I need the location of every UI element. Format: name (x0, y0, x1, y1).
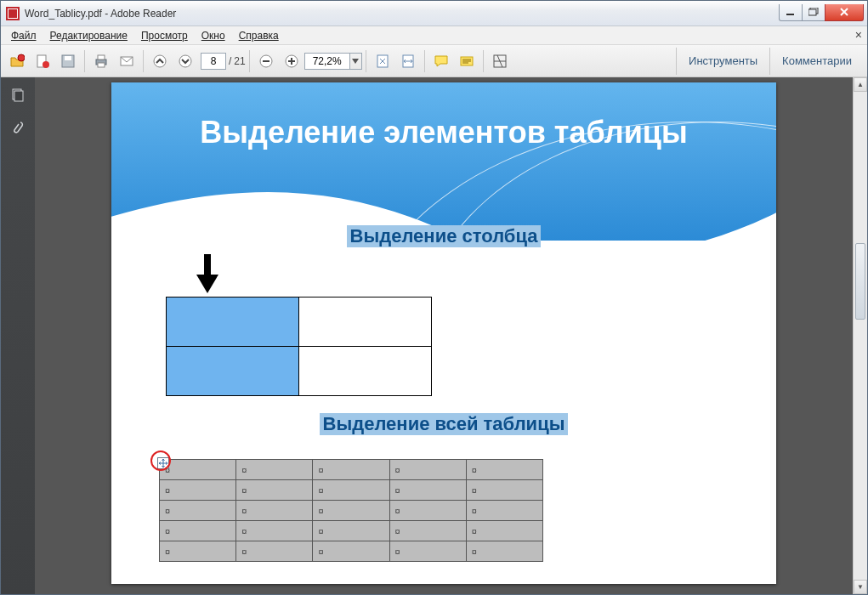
app-icon (6, 7, 20, 20)
window-controls (780, 4, 864, 23)
menu-view[interactable]: Просмотр (134, 28, 195, 43)
table-cell: ¤ (160, 521, 236, 541)
table-cell: ¤ (389, 541, 466, 562)
table-cell: ¤ (160, 460, 236, 480)
svg-point-6 (18, 54, 25, 61)
svg-point-8 (43, 61, 49, 68)
side-panel (1, 77, 35, 594)
toolbar: / 21 Инструменты (1, 45, 867, 77)
menu-file-label: Файл (11, 30, 37, 42)
table-cell: ¤ (236, 521, 313, 541)
svg-rect-13 (98, 63, 105, 67)
table-cell: ¤ (236, 501, 313, 521)
svg-point-16 (179, 55, 191, 67)
section-column-label: Выделение столбца (347, 225, 542, 247)
restore-button[interactable] (802, 4, 825, 21)
table-cell: ¤ (466, 480, 542, 501)
arrow-down-icon (196, 254, 218, 293)
document-close-button[interactable]: × (855, 28, 862, 42)
zoom-dropdown-button[interactable] (350, 53, 362, 70)
comments-panel-button[interactable]: Комментарии (769, 48, 864, 75)
svg-point-15 (154, 55, 166, 67)
svg-rect-27 (14, 91, 23, 101)
pdf-page: Выделение элементов таблицы Выделение ст… (111, 82, 776, 584)
scroll-down-button[interactable]: ▼ (854, 580, 867, 594)
work-area: Выделение элементов таблицы Выделение ст… (1, 77, 867, 594)
section-table-label: Выделение всей таблицы (320, 413, 569, 435)
app-window: Word_Tablicy.pdf - Adobe Reader Файл Ред… (0, 0, 868, 595)
table-cell: ¤ (160, 480, 236, 501)
open-button[interactable] (5, 49, 29, 73)
page-number-input[interactable] (201, 53, 226, 70)
table-cell: ¤ (236, 460, 313, 480)
attachments-button[interactable] (7, 116, 29, 139)
table-cell: ¤ (160, 501, 236, 521)
page-total: 21 (234, 55, 245, 67)
menu-edit[interactable]: Редактирование (43, 28, 134, 43)
svg-rect-10 (65, 56, 71, 60)
menu-edit-label: Редактирование (50, 30, 128, 42)
email-button[interactable] (115, 49, 139, 73)
comment-button[interactable] (429, 49, 453, 73)
table-cell: ¤ (389, 501, 466, 521)
svg-rect-2 (9, 9, 17, 18)
slide-banner: Выделение элементов таблицы (111, 82, 776, 241)
table-cell: ¤ (313, 521, 389, 541)
menu-window[interactable]: Окно (195, 28, 232, 43)
save-button[interactable] (56, 49, 80, 73)
page-up-button[interactable] (148, 49, 172, 73)
highlight-button[interactable] (455, 49, 479, 73)
menu-help-label: Справка (239, 30, 279, 42)
zoom-input[interactable] (304, 53, 350, 70)
svg-rect-5 (808, 9, 816, 15)
table-cell: ¤ (313, 460, 389, 480)
page-indicator: / 21 (198, 53, 246, 70)
red-highlight-circle (150, 450, 171, 471)
menu-help[interactable]: Справка (232, 28, 286, 43)
fit-page-button[interactable] (371, 49, 394, 73)
window-title: Word_Tablicy.pdf - Adobe Reader (25, 8, 176, 20)
table-cell: ¤ (466, 501, 542, 521)
page-down-button[interactable] (173, 49, 197, 73)
read-mode-button[interactable] (488, 49, 512, 73)
zoom-out-button[interactable] (254, 49, 278, 73)
table-cell: ¤ (236, 480, 313, 501)
table-cell: ¤ (160, 541, 236, 562)
fit-width-button[interactable] (396, 49, 420, 73)
menu-file[interactable]: Файл (4, 28, 43, 43)
scroll-thumb[interactable] (855, 243, 865, 320)
table-cell: ¤ (466, 460, 542, 480)
zoom-in-button[interactable] (280, 49, 304, 73)
svg-rect-28 (204, 254, 211, 276)
full-table-wrapper: ¤¤¤¤¤ ¤¤¤¤¤ ¤¤¤¤¤ ¤¤¤¤¤ ¤¤¤¤¤ (159, 459, 543, 562)
close-button[interactable] (825, 4, 864, 21)
tools-panel-button[interactable]: Инструменты (676, 48, 769, 75)
table-cell: ¤ (466, 521, 542, 541)
svg-rect-21 (291, 58, 292, 65)
table-cell: ¤ (389, 521, 466, 541)
scroll-up-button[interactable]: ▲ (854, 77, 867, 92)
svg-rect-12 (98, 55, 105, 60)
menubar: Файл Редактирование Просмотр Окно Справк… (1, 26, 867, 45)
print-button[interactable] (89, 49, 113, 73)
thumbnails-button[interactable] (7, 84, 29, 106)
create-pdf-button[interactable] (31, 49, 54, 73)
scroll-track[interactable] (854, 92, 867, 580)
svg-rect-18 (263, 60, 269, 62)
full-selection-table: ¤¤¤¤¤ ¤¤¤¤¤ ¤¤¤¤¤ ¤¤¤¤¤ ¤¤¤¤¤ (159, 459, 543, 562)
menu-window-label: Окно (201, 30, 225, 42)
svg-rect-3 (786, 14, 794, 15)
document-viewport[interactable]: Выделение элементов таблицы Выделение ст… (35, 77, 853, 594)
table-cell (167, 298, 299, 347)
table-cell (299, 298, 432, 347)
table-cell (167, 347, 299, 396)
table-cell (299, 347, 432, 396)
table-cell: ¤ (389, 480, 466, 501)
table-cell: ¤ (313, 541, 389, 562)
menu-view-label: Просмотр (141, 30, 188, 42)
minimize-button[interactable] (779, 4, 803, 21)
vertical-scrollbar[interactable]: ▲ ▼ (853, 77, 867, 594)
table-cell: ¤ (313, 501, 389, 521)
table-cell: ¤ (466, 541, 542, 562)
table-cell: ¤ (236, 541, 313, 562)
